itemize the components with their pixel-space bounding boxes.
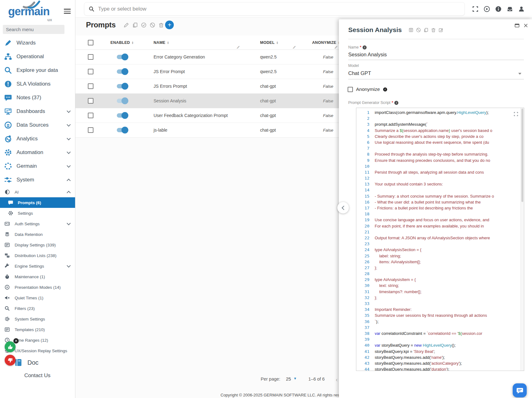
column-header-name[interactable]: NAME▲▼ [147,40,254,45]
table-row[interactable]: js-lablechat-gptFalse [75,123,356,138]
info-icon[interactable]: i [383,87,387,91]
chevron-down-icon[interactable] [67,109,71,113]
chevron-down-icon[interactable] [67,150,71,154]
sidebar-item-templates-210[interactable]: Templates (210) [0,324,75,335]
name-field[interactable]: Session Analysis [348,52,387,58]
table-row[interactable]: User Feedback Categorization Promptchat-… [75,108,356,123]
anonymize-checkbox[interactable] [348,87,353,92]
sidebar-item-germain[interactable]: Germain [0,159,75,173]
sort-icon[interactable]: ▲▼ [167,41,169,44]
sidebar-item-data-sources[interactable]: Data Sources [0,118,75,132]
chevron-down-icon[interactable] [67,221,71,225]
sidebar-search-input[interactable] [3,25,64,34]
chat-launcher-button[interactable] [513,383,527,397]
anonymize-checkbox-row[interactable]: Anonymize i [348,87,387,92]
enabled-toggle[interactable] [117,84,127,88]
table-row[interactable]: JS Error Promptqwen2.5False [75,64,356,79]
code-lines[interactable]: 1importClass(com.germainsoftware.apm.que… [356,110,520,371]
copy-icon[interactable] [424,28,428,32]
enabled-toggle[interactable] [117,128,127,132]
enabled-toggle[interactable] [117,113,127,118]
sidebar-item-contact-us[interactable]: Contact Us [0,369,75,382]
sidebar-item-engine-settings[interactable]: Engine Settings [0,261,75,271]
sidebar-item-operational[interactable]: Operational [0,50,75,63]
row-checkbox[interactable] [88,69,93,74]
sidebar-item-explore-your-data[interactable]: Explore your data [0,63,75,77]
column-header-model[interactable]: MODEL▲▼ [254,40,306,45]
thumbs-down-button[interactable] [5,355,16,366]
sidebar-item-filters-23[interactable]: Filters (23) [0,303,75,314]
chevron-down-icon[interactable] [67,264,71,268]
per-page-select[interactable]: 25 [286,377,291,382]
chevron-up-icon[interactable] [67,191,71,195]
ban-icon[interactable] [416,28,421,32]
chevron-down-icon[interactable] [518,73,521,75]
column-resize-handle[interactable]: // [335,45,337,49]
sort-icon[interactable]: ▲▼ [131,41,134,44]
row-checkbox[interactable] [88,54,93,60]
column-header-enabled[interactable]: ENABLED▲▼ [97,40,147,45]
editor-scrollbar[interactable] [520,108,524,371]
sidebar-item-display-settings-339[interactable]: Display Settings (339) [0,240,75,250]
check-circle-icon[interactable] [141,22,146,28]
sidebar-item-distribution-lists-238[interactable]: Distribution Lists (238) [0,250,75,261]
chevron-up-icon[interactable] [67,179,71,183]
sidebar-item-analytics[interactable]: Analytics [0,132,75,146]
chevron-down-icon[interactable] [67,123,71,127]
info-icon[interactable]: i [394,101,398,105]
sidebar-item-auth-settings[interactable]: Auth Settings [0,218,75,229]
model-select[interactable]: Chat GPT [348,70,371,76]
sidebar-item-maintenance-1[interactable]: Maintenance (1) [0,271,75,282]
enabled-toggle[interactable] [117,99,127,103]
sidebar-item-presentation-modes-14[interactable]: Presentation Modes (14) [0,282,75,293]
sidebar-item-notes-37[interactable]: Notes (37) [0,91,75,105]
enabled-toggle[interactable] [117,55,127,59]
hamburger-menu-icon[interactable] [64,7,71,15]
column-resize-handle[interactable]: // [293,45,295,49]
table-row[interactable]: Session Analysischat-gptFalse [75,94,356,108]
editor-expand-icon[interactable] [514,112,518,116]
sidebar-item-dashboards[interactable]: Dashboards [0,105,75,118]
table-row[interactable]: JS Errors Promptchat-gptFalse [75,79,356,94]
sidebar-item-quiet-times-1[interactable]: Quiet Times (1) [0,293,75,303]
sidebar-item-data-retention[interactable]: Data Retention [0,229,75,240]
column-resize-handle[interactable]: // [237,45,239,49]
chevron-down-icon[interactable] [67,164,71,168]
sidebar-item-automation[interactable]: Automation [0,146,75,159]
trash-icon[interactable] [431,28,436,32]
select-all-checkbox[interactable] [88,40,93,45]
chevron-down-icon[interactable] [67,136,71,140]
global-search[interactable] [84,2,465,16]
per-page-caret-icon[interactable]: ▼ [293,377,297,380]
table-row[interactable]: Error Category Generationqwen2.5False [75,50,356,64]
enabled-toggle[interactable] [117,69,127,74]
ban-icon[interactable] [150,22,155,28]
row-checkbox[interactable] [88,127,93,133]
copy-icon[interactable] [132,22,138,28]
edit-square-icon[interactable] [439,28,443,32]
row-checkbox[interactable] [88,113,93,118]
sidebar-item-ai[interactable]: AI [0,187,75,197]
trash-icon[interactable] [159,22,164,28]
sidebar-item-settings[interactable]: Settings [0,208,75,218]
previous-page-button[interactable]: ‹ [336,377,338,383]
panel-collapse-button[interactable] [337,202,349,213]
sidebar-item-prompts-6[interactable]: Prompts (6) [0,197,75,208]
global-search-input[interactable] [97,6,460,12]
sidebar-item-system-settings[interactable]: System Settings [0,314,75,324]
thumbs-up-button[interactable] [5,341,16,352]
save-icon[interactable] [409,28,413,32]
sort-icon[interactable]: ▲▼ [276,41,278,44]
close-icon[interactable] [523,23,528,28]
prompt-script-editor[interactable]: 1importClass(com.germainsoftware.apm.que… [356,108,524,371]
edit-icon[interactable] [124,22,129,28]
sidebar-item-system[interactable]: System [0,173,75,187]
feedback-dismiss-icon[interactable]: ✕ [13,338,19,344]
row-checkbox[interactable] [88,98,93,104]
add-prompt-button[interactable]: + [165,21,174,29]
row-checkbox[interactable] [88,83,93,89]
sidebar-item-sla-violations[interactable]: SLA Violations [0,77,75,91]
sidebar-item-wizards[interactable]: Wizards [0,36,75,50]
info-icon[interactable]: i [363,45,367,49]
popout-window-icon[interactable] [515,23,520,28]
